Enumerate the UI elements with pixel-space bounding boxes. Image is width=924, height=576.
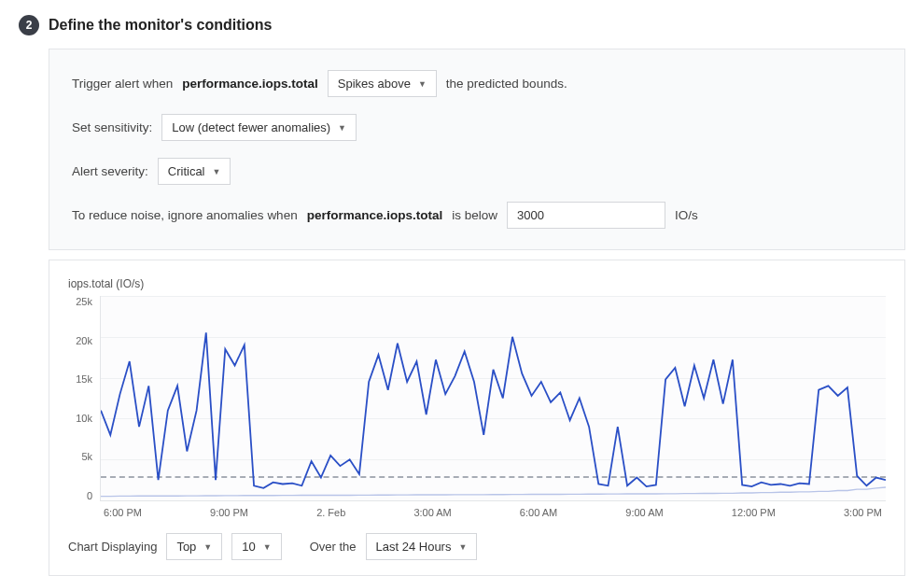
chart-plot <box>100 296 886 501</box>
chevron-down-icon: ▼ <box>263 542 272 552</box>
chevron-down-icon: ▼ <box>213 167 221 176</box>
x-tick: 3:00 PM <box>844 507 882 518</box>
y-tick: 0 <box>87 490 92 501</box>
y-tick: 25k <box>76 296 92 307</box>
trigger-row: Trigger alert when performance.iops.tota… <box>72 70 882 97</box>
severity-select[interactable]: Critical ▼ <box>158 158 231 185</box>
chart-top-value: Top <box>176 540 196 554</box>
x-tick: 9:00 PM <box>210 507 248 518</box>
noise-mid: is below <box>452 208 497 222</box>
x-tick: 6:00 AM <box>520 507 557 518</box>
trigger-condition-select[interactable]: Spikes above ▼ <box>328 70 437 97</box>
trigger-suffix: the predicted bounds. <box>446 77 567 91</box>
y-tick: 20k <box>76 335 92 346</box>
severity-row: Alert severity: Critical ▼ <box>72 158 882 185</box>
step-badge: 2 <box>19 15 39 35</box>
chart-range-select[interactable]: Last 24 Hours ▼ <box>366 533 478 560</box>
noise-row: To reduce noise, ignore anomalies when p… <box>72 202 882 229</box>
chart-svg <box>101 296 886 500</box>
chart-count-select[interactable]: 10 ▼ <box>231 533 281 560</box>
chevron-down-icon: ▼ <box>418 79 427 89</box>
y-tick: 5k <box>81 451 92 462</box>
sensitivity-select[interactable]: Low (detect fewer anomalies) ▼ <box>161 114 357 141</box>
x-tick: 2. Feb <box>316 507 345 518</box>
severity-label: Alert severity: <box>72 164 148 178</box>
chart-range-value: Last 24 Hours <box>376 540 452 554</box>
noise-threshold-input[interactable] <box>507 202 665 229</box>
severity-value: Critical <box>168 164 205 178</box>
x-tick: 3:00 AM <box>413 507 451 518</box>
section-title: Define the monitor's conditions <box>49 17 272 34</box>
sensitivity-value: Low (detect fewer anomalies) <box>172 120 330 134</box>
x-tick: 9:00 AM <box>625 507 663 518</box>
chart-title: iops.total (IO/s) <box>68 277 886 290</box>
noise-metric: performance.iops.total <box>307 208 443 222</box>
chart-over-label: Over the <box>310 540 357 554</box>
y-tick: 10k <box>76 413 92 424</box>
chart-area: 25k 20k 15k 10k 5k 0 <box>68 296 886 501</box>
conditions-panel: Trigger alert when performance.iops.tota… <box>49 49 905 250</box>
trigger-prefix: Trigger alert when <box>72 77 173 91</box>
x-tick: 12:00 PM <box>732 507 776 518</box>
chevron-down-icon: ▼ <box>458 542 467 552</box>
trigger-metric: performance.iops.total <box>182 77 318 91</box>
sensitivity-row: Set sensitivity: Low (detect fewer anoma… <box>72 114 882 141</box>
trigger-condition-value: Spikes above <box>338 77 411 91</box>
chevron-down-icon: ▼ <box>338 123 346 133</box>
chart-top-select[interactable]: Top ▼ <box>166 533 222 560</box>
chart-panel: iops.total (IO/s) 25k 20k 15k 10k 5k 0 6… <box>49 260 905 576</box>
section-header: 2 Define the monitor's conditions <box>19 15 905 35</box>
sensitivity-label: Set sensitivity: <box>72 120 152 134</box>
chart-display-label: Chart Displaying <box>68 540 157 554</box>
x-axis: 6:00 PM 9:00 PM 2. Feb 3:00 AM 6:00 AM 9… <box>100 507 886 518</box>
y-axis: 25k 20k 15k 10k 5k 0 <box>68 296 100 501</box>
chart-count-value: 10 <box>242 540 255 554</box>
y-tick: 15k <box>76 373 92 385</box>
chevron-down-icon: ▼ <box>203 542 212 552</box>
chart-controls-row: Chart Displaying Top ▼ 10 ▼ Over the Las… <box>68 533 886 560</box>
noise-unit: IO/s <box>675 208 698 222</box>
x-tick: 6:00 PM <box>104 507 142 518</box>
noise-prefix: To reduce noise, ignore anomalies when <box>72 208 298 222</box>
